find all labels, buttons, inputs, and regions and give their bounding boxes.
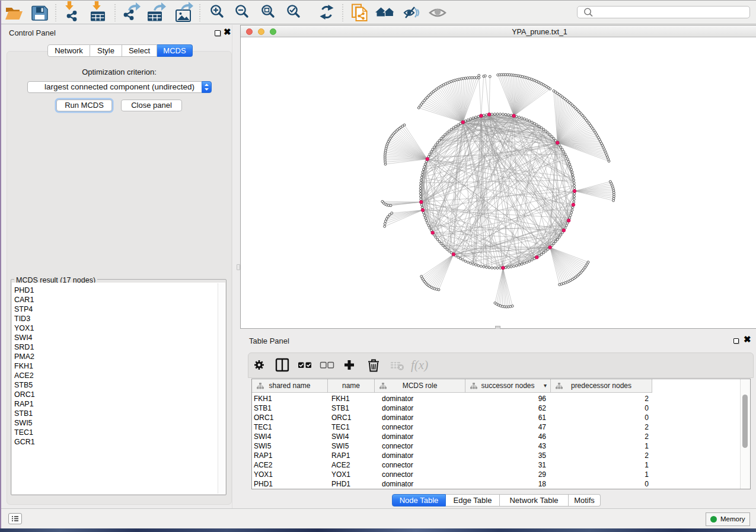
svg-text:f(x): f(x) (411, 358, 428, 372)
